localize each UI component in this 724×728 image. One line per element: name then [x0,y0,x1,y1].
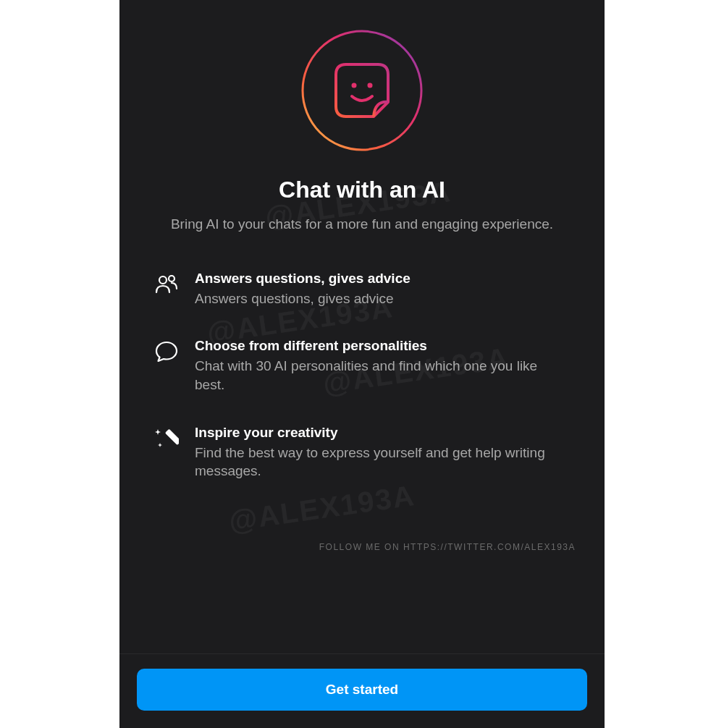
svg-point-3 [159,276,167,284]
feature-title: Answers questions, gives advice [195,271,570,287]
footer: Get started [119,653,605,728]
magic-wand-icon [154,426,179,451]
credit-text: FOLLOW ME ON HTTPS://TWITTER.COM/ALEX193… [319,542,576,552]
svg-point-2 [368,83,373,88]
svg-point-1 [352,83,357,88]
people-icon [154,272,179,297]
feature-item: Choose from different personalities Chat… [154,338,570,394]
feature-item: Answers questions, gives advice Answers … [154,271,570,308]
svg-rect-5 [165,428,179,445]
svg-point-4 [169,276,174,282]
get-started-button[interactable]: Get started [137,669,587,711]
page-subtitle: Bring AI to your chats for a more fun an… [171,215,553,234]
main-content: @ALEX193A @ALEX193A @ALEX193A @ALEX193A [119,0,605,653]
page-title: Chat with an AI [279,177,445,203]
sticker-face-icon [300,29,424,155]
feature-title: Choose from different personalities [195,338,570,354]
feature-description: Answers questions, gives advice [195,289,570,308]
feature-list: Answers questions, gives advice Answers … [148,271,576,481]
feature-description: Find the best way to express yourself an… [195,444,570,481]
svg-point-0 [303,31,421,150]
onboarding-screen: @ALEX193A @ALEX193A @ALEX193A @ALEX193A [119,0,605,728]
feature-text: Choose from different personalities Chat… [195,338,570,394]
feature-title: Inspire your creativity [195,425,570,441]
feature-text: Answers questions, gives advice Answers … [195,271,570,308]
chat-bubble-icon [154,339,179,364]
feature-text: Inspire your creativity Find the best wa… [195,425,570,481]
feature-item: Inspire your creativity Find the best wa… [154,425,570,481]
watermark-text: @ALEX193A [227,479,417,538]
feature-description: Chat with 30 AI personalities and find w… [195,357,570,394]
